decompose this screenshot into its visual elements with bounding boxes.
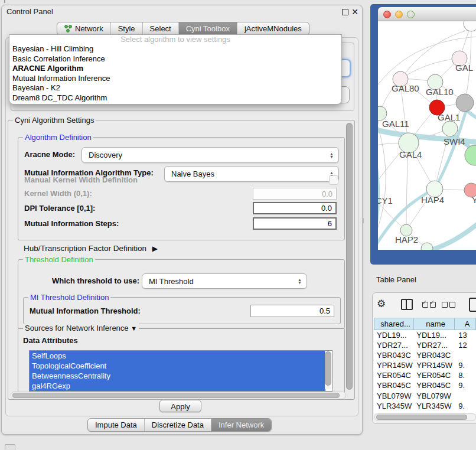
attribute-list-item[interactable]: BetweennessCentrality (30, 371, 325, 381)
table-row[interactable]: YBR045CYBR045C9. (374, 380, 476, 390)
gear-icon[interactable]: ⚙ (377, 298, 386, 310)
dropdown-item[interactable]: Dream8 DC_TDC Algorithm (9, 93, 341, 103)
column-header[interactable]: A (454, 318, 476, 330)
table-row[interactable]: YDR27...YDR27...12 (374, 340, 476, 350)
dropdown-item[interactable]: ARACNE Algorithm (9, 64, 341, 74)
tab-label: jActiveMNodules (244, 24, 302, 33)
network-node[interactable] (465, 145, 476, 165)
network-node[interactable] (442, 121, 458, 136)
table-row[interactable]: YPR145WYPR145W9. (374, 360, 476, 370)
node-label: HAP2 (395, 234, 418, 244)
export-table-icon[interactable] (469, 298, 476, 312)
minimized-window-icon[interactable] (5, 444, 15, 450)
data-attributes-list[interactable]: SelfLoopsTopologicalCoefficientBetweenne… (29, 350, 332, 392)
table-toolbar: ⚙ (373, 296, 476, 314)
list-scrollbar[interactable] (325, 351, 331, 389)
aracne-mode-label: Aracne Mode: (24, 150, 75, 159)
column-header[interactable]: name (413, 318, 454, 330)
network-edge-thick[interactable] (378, 146, 379, 223)
scrollbar-thumb[interactable] (325, 351, 331, 386)
manual-kernel-checkbox[interactable] (329, 175, 338, 185)
unselect-all-columns-icon[interactable] (442, 302, 455, 308)
tab-infer-network[interactable]: Infer Network (211, 419, 271, 431)
hub-definition-toggle[interactable]: Hub/Transcription Factor Definition ▶ (24, 244, 158, 253)
close-icon[interactable]: ✕ (351, 6, 359, 17)
table-row[interactable]: YBL079WYBL079W (374, 391, 476, 401)
sources-group: Sources for Network Inference ▼ Data Att… (18, 328, 345, 395)
mac-minimize-icon[interactable] (395, 11, 403, 18)
table-cell: YBR045C (374, 380, 413, 390)
tab-style[interactable]: Style (111, 22, 143, 35)
attribute-list-item[interactable]: SelfLoops (30, 351, 325, 361)
dropdown-item[interactable]: Bayesian - Hill Climbing (9, 44, 341, 54)
table-row[interactable]: YDL19...YDL19...13 (374, 330, 476, 340)
mi-threshold-field[interactable]: 0.5 (250, 305, 334, 317)
which-threshold-label: Which threshold to use: (52, 276, 139, 286)
table-row[interactable]: YER054CYER054C8. (374, 370, 476, 380)
node-label: GAL1 (438, 112, 460, 122)
dropdown-item[interactable]: Bayesian - K2 (9, 83, 341, 93)
table-body: YDL19...YDL19...13YDR27...YDR27...12YBR0… (374, 330, 476, 413)
network-node[interactable] (421, 243, 433, 250)
mi-steps-label: Mutual Information Steps: (24, 219, 119, 229)
table-cell: YPR145W (413, 360, 454, 370)
tab-cyni-toolbox[interactable]: Cyni Toolbox (179, 22, 237, 35)
network-edge[interactable] (400, 58, 459, 79)
network-node[interactable] (464, 21, 476, 31)
mi-threshold-definition-group: MI Threshold Definition Mutual Informati… (23, 297, 341, 324)
float-window-icon[interactable] (342, 9, 348, 15)
settings-horizontal-scrollbar[interactable] (11, 392, 346, 399)
kernel-width-field[interactable]: 0.0 (253, 188, 337, 200)
mi-algorithm-type-combobox[interactable]: Naive Bayes ▲▼ (164, 166, 339, 182)
dpi-tolerance-field[interactable]: 0.0 (253, 202, 337, 214)
tab-network[interactable]: Network (57, 22, 111, 35)
column-header[interactable]: shared... (374, 318, 413, 330)
table-row[interactable]: YLR345WYLR345W9. (374, 401, 476, 411)
algorithm-definition-group: Algorithm Definition Aracne Mode: Discov… (18, 137, 345, 240)
mac-zoom-icon[interactable] (407, 11, 415, 18)
node-label: Y (472, 195, 476, 205)
attribute-list-item[interactable]: TopologicalCoefficient (30, 361, 325, 371)
network-node[interactable] (456, 94, 474, 112)
kernel-width-label: Kernel Width (0,1): (24, 189, 92, 198)
scrollbar-thumb[interactable] (346, 123, 353, 390)
network-edge-thick[interactable] (467, 110, 476, 122)
node-label: HAP4 (421, 195, 444, 205)
network-window-titlebar[interactable] (378, 7, 476, 21)
table-cell: 9. (454, 380, 476, 390)
table-horizontal-scrollbar[interactable] (374, 413, 476, 421)
apply-button[interactable]: Apply (159, 400, 201, 412)
tab-label: Cyni Toolbox (186, 24, 230, 33)
node-label: SWI4 (444, 136, 465, 146)
which-threshold-combobox[interactable]: MI Threshold ▲▼ (142, 273, 307, 289)
columns-icon[interactable] (401, 299, 413, 310)
tab-select[interactable]: Select (143, 22, 179, 35)
table-cell: 9. (454, 401, 476, 411)
table-cell: YDR27... (374, 340, 413, 350)
mi-algorithm-type-value: Naive Bayes (171, 167, 214, 181)
settings-vertical-scrollbar[interactable] (346, 123, 353, 390)
table-cell: YPR145W (374, 360, 413, 370)
sources-title[interactable]: Sources for Network Inference ▼ (23, 324, 139, 333)
dpi-tolerance-label: DPI Tolerance [0,1]: (24, 204, 95, 213)
settings-group-title: Cyni Algorithm Settings (13, 116, 96, 125)
tab-discretize-data[interactable]: Discretize Data (145, 419, 211, 431)
mi-steps-field[interactable]: 6 (253, 217, 337, 230)
table-row[interactable]: YBR043CYBR043C (374, 350, 476, 360)
threshold-definition-group: Threshold Definition Which threshold to … (18, 259, 345, 329)
aracne-mode-combobox[interactable]: Discovery ▲▼ (81, 147, 339, 163)
dropdown-item[interactable]: Basic Correlation Inference (9, 54, 341, 64)
screen: Control Panel ✕ NetworkStyleSelectCyni T… (0, 0, 476, 450)
network-canvas[interactable]: GALGAL80GAL10GAL1GAL11SWI4GAL4GCY1HAP4YH… (378, 21, 476, 250)
dropdown-item[interactable]: Mutual Information Inference (9, 74, 341, 84)
scrollbar-thumb[interactable] (376, 415, 467, 420)
tab-jactivemnodules[interactable]: jActiveMNodules (237, 22, 309, 35)
tab-label: Style (118, 24, 135, 33)
node-table: shared...nameA YDL19...YDL19...13YDR27..… (374, 318, 476, 413)
mac-close-icon[interactable] (383, 11, 391, 18)
table-cell: 13 (454, 330, 476, 340)
tab-impute-data[interactable]: Impute Data (88, 419, 145, 431)
scrollbar-thumb[interactable] (12, 393, 340, 398)
attribute-list-item[interactable]: gal4RGexp (30, 381, 325, 391)
select-all-columns-icon[interactable] (422, 302, 436, 308)
